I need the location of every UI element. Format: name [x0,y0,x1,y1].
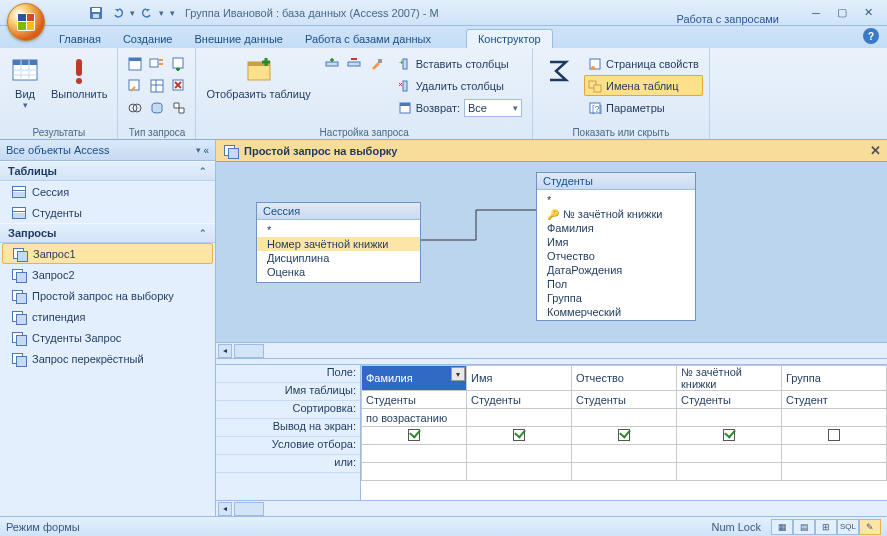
splitter[interactable] [216,358,887,365]
field-row[interactable]: ДатаРождения [537,263,695,277]
field-row[interactable]: Оценка [257,265,420,279]
redo-menu-chevron-icon[interactable]: ▾ [159,8,164,18]
qat-redo-icon[interactable] [137,3,157,23]
run-button[interactable]: Выполнить [47,53,111,103]
delete-rows-icon[interactable] [344,53,365,74]
nav-item-query[interactable]: Студенты Запрос [0,327,215,348]
qat-undo-icon[interactable] [108,3,128,23]
field-row[interactable]: Пол [537,277,695,291]
grid-cell[interactable] [467,445,572,463]
crosstab-query-icon[interactable] [146,75,167,96]
upper-hscroll[interactable]: ◂ [216,342,887,358]
show-table-button[interactable]: Отобразить таблицу [202,53,314,103]
return-value-select[interactable]: Все▾ [464,99,522,117]
nav-item-table[interactable]: Студенты [0,202,215,223]
totals-button[interactable] [539,53,577,91]
passthrough-query-icon[interactable] [146,97,167,118]
field-row[interactable]: * [537,193,695,207]
grid-cell[interactable] [782,409,887,427]
property-sheet-button[interactable]: Страница свойств [584,53,703,74]
lower-hscroll[interactable]: ◂ [216,500,887,516]
view-button[interactable]: Вид ▾ [6,53,44,113]
grid-cell[interactable] [677,463,782,481]
office-button[interactable] [7,3,45,41]
nav-item-query[interactable]: стипендия [0,306,215,327]
maximize-button[interactable]: ▢ [831,5,853,21]
insert-columns-button[interactable]: +Вставить столбцы [394,53,526,74]
view-datasheet-button[interactable]: ▦ [771,519,793,535]
field-row[interactable]: 🔑№ зачётной книжки [537,207,695,221]
show-checkbox[interactable] [723,429,735,441]
tab-dbtools[interactable]: Работа с базами данных [294,30,442,48]
grid-cell[interactable] [362,427,467,445]
field-row[interactable]: * [257,223,420,237]
qat-save-icon[interactable] [86,3,106,23]
nav-item-query[interactable]: Простой запрос на выборку [0,285,215,306]
return-rows-control[interactable]: Возврат:Все▾ [394,97,526,118]
minimize-button[interactable]: ─ [805,5,827,21]
grid-cell[interactable]: Студенты [362,391,467,409]
tab-create[interactable]: Создание [112,30,184,48]
grid-cell[interactable] [362,445,467,463]
grid-cell-active[interactable]: Фамилия▾ [362,366,467,391]
maketable-query-icon[interactable] [146,53,167,74]
grid-cell[interactable] [782,445,887,463]
nav-item-query[interactable]: Запрос перекрёстный [0,348,215,369]
close-button[interactable]: ✕ [857,5,879,21]
datadef-query-icon[interactable] [168,97,189,118]
nav-collapse-icon[interactable]: « [203,145,209,156]
query-design-surface[interactable]: Сессия * Номер зачётной книжки Дисциплин… [216,162,887,342]
field-row[interactable]: Фамилия [537,221,695,235]
nav-category-queries[interactable]: Запросы⌃ [0,223,215,243]
grid-cell[interactable] [782,463,887,481]
nav-item-table[interactable]: Сессия [0,181,215,202]
field-list-sessия[interactable]: Сессия * Номер зачётной книжки Дисциплин… [256,202,421,283]
grid-cell[interactable] [467,409,572,427]
view-sql-button[interactable]: SQL [837,519,859,535]
tab-home[interactable]: Главная [48,30,112,48]
undo-menu-chevron-icon[interactable]: ▾ [130,8,135,18]
grid-cell[interactable] [467,427,572,445]
field-row[interactable]: Коммерческий [537,305,695,319]
qat-customize-chevron-icon[interactable]: ▾ [170,8,175,18]
document-close-button[interactable]: ✕ [870,143,881,158]
scroll-thumb[interactable] [234,502,264,516]
parameters-button[interactable]: [?]Параметры [584,97,703,118]
scroll-thumb[interactable] [234,344,264,358]
nav-filter-chevron-icon[interactable]: ▾ [196,145,201,155]
field-list-students[interactable]: Студенты * 🔑№ зачётной книжки Фамилия Им… [536,172,696,321]
grid-cell[interactable]: Отчество [572,366,677,391]
grid-cell[interactable]: по возрастанию [362,409,467,427]
table-names-button[interactable]: Имена таблиц [584,75,703,96]
grid-cell[interactable] [467,463,572,481]
grid-cell[interactable]: № зачётной книжки [677,366,782,391]
grid-cell[interactable] [572,409,677,427]
query-grid[interactable]: Фамилия▾ Имя Отчество № зачётной книжки … [361,365,887,500]
grid-cell[interactable] [572,463,677,481]
relationship-line[interactable] [421,202,536,242]
grid-cell[interactable] [677,427,782,445]
tab-external[interactable]: Внешние данные [184,30,294,48]
grid-cell[interactable] [362,463,467,481]
field-row[interactable]: Номер зачётной книжки [257,237,420,251]
nav-header[interactable]: Все объекты Access ▾« [0,140,215,161]
help-button[interactable]: ? [863,28,879,44]
view-design-button[interactable]: ✎ [859,519,881,535]
field-row[interactable]: Имя [537,235,695,249]
grid-cell[interactable] [677,445,782,463]
scroll-left-icon[interactable]: ◂ [218,502,232,516]
grid-cell[interactable] [782,427,887,445]
grid-cell[interactable]: Студенты [677,391,782,409]
nav-item-query[interactable]: Запрос2 [0,264,215,285]
field-row[interactable]: Отчество [537,249,695,263]
field-row[interactable]: Группа [537,291,695,305]
union-query-icon[interactable] [124,97,145,118]
document-tab[interactable]: Простой запрос на выборку ✕ [216,140,887,162]
field-row[interactable]: Дисциплина [257,251,420,265]
grid-cell[interactable] [677,409,782,427]
show-checkbox[interactable] [828,429,840,441]
insert-rows-icon[interactable] [322,53,343,74]
nav-item-query[interactable]: Запрос1 [2,243,213,264]
view-pivottable-button[interactable]: ▤ [793,519,815,535]
show-checkbox[interactable] [618,429,630,441]
